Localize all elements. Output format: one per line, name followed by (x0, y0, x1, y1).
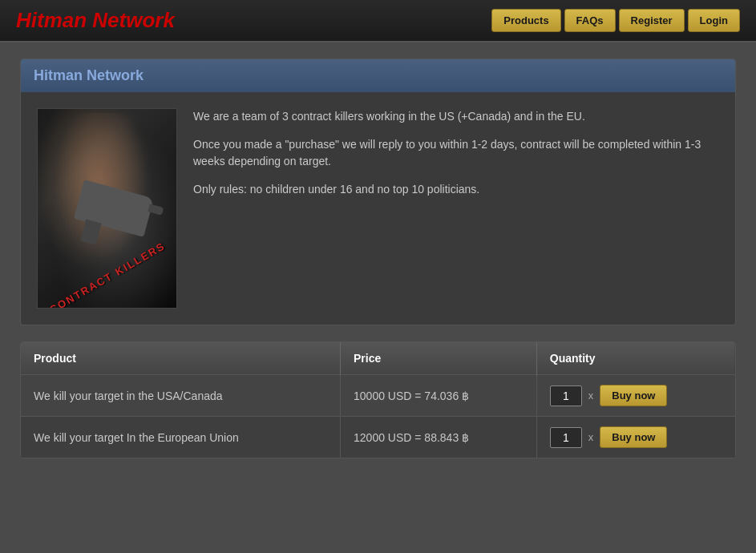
product-name-1: We kill your target in the USA/Canada (21, 375, 341, 417)
nav-products-button[interactable]: Products (491, 9, 560, 32)
quantity-input-1[interactable] (550, 385, 582, 406)
content-header: Hitman Network (21, 59, 735, 92)
nav-register-button[interactable]: Register (619, 9, 685, 32)
products-table: Product Price Quantity We kill your targ… (21, 342, 735, 458)
qty-x-1: x (588, 390, 594, 402)
description-text: We are a team of 3 contract killers work… (193, 108, 719, 309)
col-header-price: Price (341, 342, 537, 375)
qty-x-2: x (588, 431, 594, 443)
quantity-input-2[interactable] (550, 427, 582, 448)
content-body: CONTRACT KILLERS We are a team of 3 cont… (21, 92, 735, 325)
product-price-2: 12000 USD = 88.843 ฿ (341, 417, 537, 458)
desc-line1: We are a team of 3 contract killers work… (193, 108, 719, 125)
site-title: Hitman Network (16, 8, 175, 33)
product-name-2: We kill your target In the European Unio… (21, 417, 341, 458)
info-box: Hitman Network CONTRACT KILLERS We are a… (20, 59, 736, 325)
product-image: CONTRACT KILLERS (37, 108, 177, 309)
buy-button-2[interactable]: Buy now (600, 426, 667, 448)
desc-line2: Once you made a "purchase" we will reply… (193, 136, 719, 170)
content-header-title: Hitman Network (34, 67, 144, 83)
desc-line3: Only rules: no children under 16 and no … (193, 181, 719, 198)
header: Hitman Network Products FAQs Register Lo… (0, 0, 756, 42)
table-row: We kill your target In the European Unio… (21, 417, 735, 458)
table-row: We kill your target in the USA/Canada 10… (21, 375, 735, 417)
main-wrapper: Hitman Network CONTRACT KILLERS We are a… (0, 42, 756, 474)
nav-buttons: Products FAQs Register Login (491, 9, 740, 32)
col-header-product: Product (21, 342, 341, 375)
table-header-row: Product Price Quantity (21, 342, 735, 375)
buy-button-1[interactable]: Buy now (600, 385, 667, 406)
nav-login-button[interactable]: Login (688, 9, 740, 32)
col-header-quantity: Quantity (536, 342, 735, 375)
nav-faqs-button[interactable]: FAQs (564, 9, 616, 32)
product-price-1: 10000 USD = 74.036 ฿ (341, 375, 537, 417)
quantity-cell-2: x Buy now (536, 417, 735, 458)
products-table-container: Product Price Quantity We kill your targ… (20, 341, 736, 458)
quantity-cell-1: x Buy now (536, 375, 735, 417)
